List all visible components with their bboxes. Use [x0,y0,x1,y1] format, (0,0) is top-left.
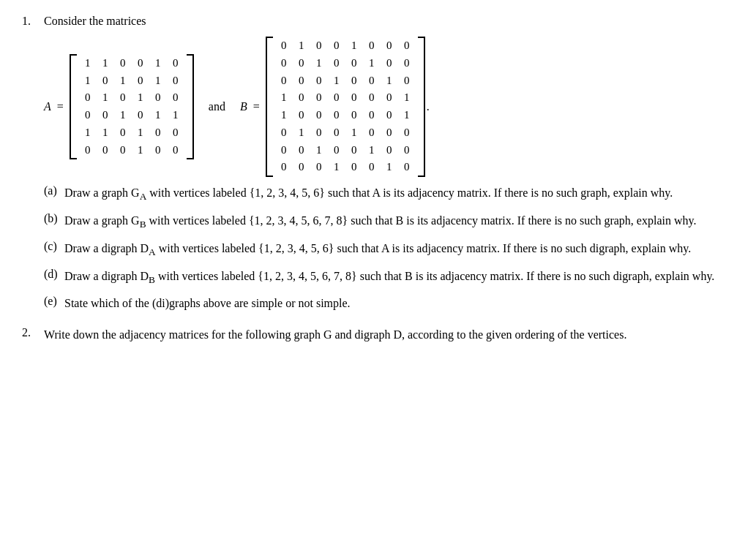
matrix-b-cell: 0 [384,56,394,72]
matrix-a-cell: 0 [153,125,163,141]
sub-label-2: (c) [44,240,64,253]
matrix-b-cell: 1 [367,143,377,159]
matrix-b-right-bracket [418,37,425,177]
sub-text-1: Draw a graph GB with vertices labeled {1… [64,212,734,233]
matrix-a-cell: 1 [135,143,146,159]
matrix-b-cell: 0 [332,125,342,141]
matrix-b-cell: 0 [349,107,359,124]
matrix-b-cell: 0 [314,90,324,106]
matrix-a-cell: 1 [153,107,163,124]
matrix-a-cell: 0 [118,90,128,106]
period: . [427,100,430,113]
matrix-b-label: B [240,100,247,113]
matrix-a-cell: 1 [118,107,128,124]
problem-1: 1. Consider the matrices A = 11001010101… [22,15,734,313]
matrix-a-cell: 1 [171,107,181,124]
matrix-a-cell: 1 [100,56,111,72]
sub-problem-a: (a)Draw a graph GA with vertices labeled… [44,184,734,205]
matrix-a-cell: 0 [100,73,111,89]
matrix-a-content: 110010101010010100001011110100000100 [80,54,184,160]
matrix-b-cell: 1 [349,38,359,54]
matrices-section: A = 110010101010010100001011110100000100… [44,37,734,177]
matrix-b-cell: 0 [314,73,324,89]
matrix-b-cell: 0 [367,90,377,106]
problem-1-intro: Consider the matrices [44,15,146,28]
problem-1-number: 1. [22,15,44,28]
matrix-b-cell: 0 [349,56,359,72]
matrix-a-cell: 0 [83,143,93,159]
matrix-b-cell: 0 [384,143,394,159]
sub-text-0: Draw a graph GA with vertices labeled {1… [64,184,734,205]
problem-2-number: 2. [22,326,44,339]
matrix-b-cell: 0 [402,159,412,175]
matrix-b-cell: 0 [384,38,394,54]
matrix-a-cell: 0 [135,73,146,89]
matrix-a-cell: 0 [118,56,128,72]
matrix-b-cell: 0 [296,56,307,72]
matrix-a-cell: 0 [118,143,128,159]
matrix-a-label: A [44,100,51,113]
matrix-b-equals: = [253,100,260,113]
matrix-b-cell: 0 [296,73,307,89]
matrix-a-right-bracket [187,54,194,160]
sub-label-4: (e) [44,295,64,308]
matrix-b-cell: 0 [314,159,324,175]
problem-1-header: 1. Consider the matrices [22,15,734,28]
matrix-b-cell: 1 [332,73,342,89]
matrix-b-cell: 0 [349,159,359,175]
matrix-b-cell: 0 [279,125,289,141]
matrix-b-cell: 0 [279,38,289,54]
matrix-b-cell: 0 [402,125,412,141]
and-text: and [209,100,225,113]
matrix-b-cell: 0 [402,38,412,54]
sub-problem-c: (c)Draw a digraph DA with vertices label… [44,240,734,260]
matrix-b-cell: 0 [314,38,324,54]
matrix-b-cell: 0 [332,107,342,124]
matrix-b-cell: 0 [279,159,289,175]
matrix-b-cell: 1 [296,38,307,54]
matrix-b-left-bracket [266,37,273,177]
matrix-a-left-bracket [70,54,77,160]
matrix-a-cell: 1 [83,125,93,141]
matrix-b-cell: 0 [332,143,342,159]
matrix-b-cell: 0 [279,143,289,159]
sub-problem-b: (b)Draw a graph GB with vertices labeled… [44,212,734,233]
matrix-b-cell: 1 [279,90,289,106]
problem-2-text: Write down the adjacency matrices for th… [44,326,626,344]
matrix-b-cell: 0 [402,56,412,72]
matrix-b-cell: 0 [349,90,359,106]
matrix-b-cell: 1 [402,107,412,124]
matrix-b-cell: 0 [367,159,377,175]
sub-problems: (a)Draw a graph GA with vertices labeled… [44,184,734,313]
sub-text-3: Draw a digraph DB with vertices labeled … [64,268,734,288]
matrix-b-cell: 0 [332,38,342,54]
matrix-b-cell: 0 [349,73,359,89]
matrix-a-wrapper: 110010101010010100001011110100000100 [70,54,194,160]
matrix-a-cell: 0 [171,90,181,106]
matrix-a-cell: 0 [83,90,93,106]
matrix-a-cell: 0 [100,143,111,159]
matrix-a-cell: 1 [100,90,111,106]
matrix-a-cell: 1 [135,125,146,141]
matrix-b-cell: 1 [296,125,307,141]
matrix-b-cell: 0 [314,125,324,141]
matrix-b-cell: 1 [367,56,377,72]
sub-label-3: (d) [44,268,64,281]
matrix-b-cell: 1 [402,90,412,106]
matrix-b-cell: 0 [367,125,377,141]
matrix-b-cell: 1 [314,143,324,159]
matrix-a-cell: 0 [135,56,146,72]
matrix-b-cell: 0 [384,125,394,141]
matrix-b-content: 0100100000100100000100101000000110000001… [276,37,415,177]
matrix-a-cell: 0 [171,143,181,159]
matrix-a-equals: = [57,100,64,113]
matrix-b-cell: 1 [349,125,359,141]
matrix-a-cell: 0 [171,125,181,141]
matrix-b-cell: 1 [384,73,394,89]
matrix-a-cell: 1 [118,73,128,89]
matrix-a-cell: 0 [153,90,163,106]
matrix-a-cell: 0 [118,125,128,141]
matrix-b-cell: 0 [349,143,359,159]
matrix-b-wrapper: 0100100000100100000100101000000110000001… [266,37,425,177]
matrix-a-cell: 0 [100,107,111,124]
